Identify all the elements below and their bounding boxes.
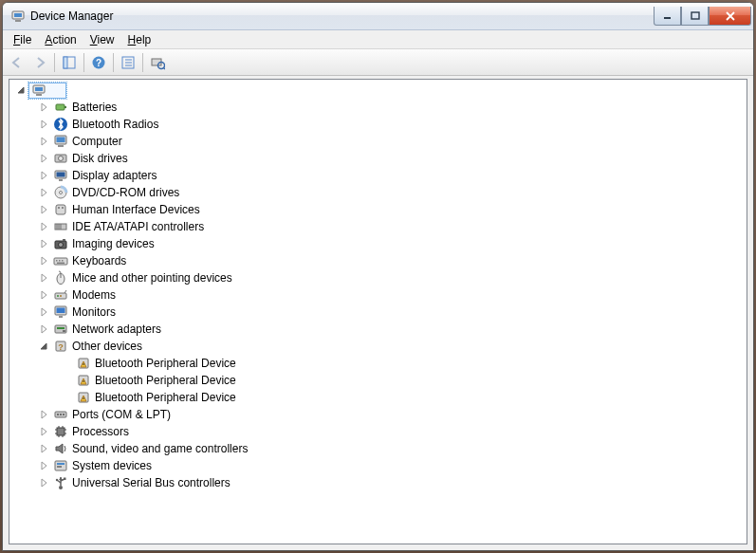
expand-icon[interactable]	[38, 425, 51, 438]
tree-category[interactable]: Modems	[11, 286, 745, 304]
expand-icon[interactable]	[38, 408, 51, 421]
help-button[interactable]: ?	[88, 52, 109, 73]
menu-action[interactable]: Action	[38, 31, 83, 48]
minimize-button[interactable]	[654, 7, 681, 26]
expand-icon[interactable]	[38, 220, 51, 233]
tree-category[interactable]: Imaging devices	[11, 235, 745, 252]
expand-icon[interactable]	[38, 118, 51, 131]
tree-device-label: Bluetooth Peripheral Device	[95, 389, 236, 406]
tree-category[interactable]: Disk drives	[11, 150, 745, 167]
tree-category[interactable]: IDE ATA/ATAPI controllers	[11, 218, 745, 235]
menu-help[interactable]: Help	[121, 31, 158, 48]
svg-text:?: ?	[96, 58, 101, 68]
maximize-button[interactable]	[681, 7, 709, 26]
tree-category-label: Monitors	[72, 304, 116, 321]
tree-root-node[interactable]	[11, 82, 745, 99]
expand-icon[interactable]	[38, 442, 51, 455]
disk-icon	[53, 151, 68, 166]
sound-icon	[53, 441, 68, 456]
warn-icon	[76, 373, 91, 388]
back-button[interactable]	[7, 52, 28, 73]
tree-category[interactable]: Sound, video and game controllers	[11, 440, 745, 457]
other-icon	[53, 339, 68, 354]
expand-icon[interactable]	[38, 254, 51, 267]
tree-category-label: DVD/CD-ROM drives	[72, 184, 179, 201]
tree-category[interactable]: Monitors	[11, 304, 745, 321]
expand-icon[interactable]	[38, 288, 51, 302]
collapse-icon[interactable]	[38, 340, 51, 353]
tree-category-label: System devices	[72, 457, 152, 474]
expand-icon[interactable]	[38, 476, 51, 489]
tree-connector	[61, 374, 74, 387]
svg-rect-2	[15, 20, 21, 22]
tree-category[interactable]: System devices	[11, 457, 745, 474]
ide-icon	[53, 219, 68, 234]
window-controls	[654, 7, 751, 26]
separator-icon	[83, 53, 84, 72]
tree-category-label: Human Interface Devices	[72, 201, 200, 218]
tree-category[interactable]: Ports (COM & LPT)	[11, 406, 745, 423]
monitor-icon	[53, 304, 68, 320]
computer-icon	[53, 134, 68, 149]
expand-icon[interactable]	[38, 101, 51, 114]
tree-category[interactable]: Keyboards	[11, 252, 745, 269]
show-hide-tree-button[interactable]	[59, 52, 80, 73]
tree-category-label: Universal Serial Bus controllers	[72, 474, 230, 491]
tree-category[interactable]: Batteries	[11, 99, 745, 116]
keyboard-icon	[53, 253, 68, 268]
tree-category[interactable]: Network adapters	[11, 321, 745, 338]
menu-file[interactable]: File	[7, 31, 38, 48]
properties-button[interactable]	[118, 52, 138, 73]
expand-icon[interactable]	[38, 271, 51, 285]
device-manager-icon	[10, 9, 26, 24]
tree-view[interactable]: BatteriesBluetooth RadiosComputerDisk dr…	[9, 79, 747, 544]
tree-category-label: Display adapters	[72, 167, 157, 184]
expand-icon[interactable]	[38, 459, 51, 472]
tree-device[interactable]: Bluetooth Peripheral Device	[11, 355, 745, 372]
expand-icon[interactable]	[38, 169, 51, 182]
tree-device[interactable]: Bluetooth Peripheral Device	[11, 389, 745, 406]
tree-category[interactable]: Processors	[11, 423, 745, 440]
tree-category-label: Other devices	[72, 338, 142, 355]
separator-icon	[142, 53, 143, 72]
tree-category[interactable]: Bluetooth Radios	[11, 116, 745, 133]
tree-category-label: Imaging devices	[72, 235, 155, 252]
tree-category[interactable]: Display adapters	[11, 167, 745, 184]
svg-rect-6	[64, 57, 67, 68]
scan-hardware-button[interactable]	[147, 52, 168, 73]
expand-icon[interactable]	[38, 135, 51, 148]
tree-category[interactable]: Mice and other pointing devices	[11, 269, 745, 286]
tree-category[interactable]: Computer	[11, 133, 745, 150]
tree-category[interactable]: Human Interface Devices	[11, 201, 745, 218]
ports-icon	[53, 407, 68, 422]
window-title: Device Manager	[30, 9, 654, 23]
svg-line-15	[163, 67, 165, 69]
tree-device-label: Bluetooth Peripheral Device	[95, 372, 236, 389]
forward-button[interactable]	[29, 52, 50, 73]
expand-icon[interactable]	[38, 305, 51, 319]
warn-icon	[76, 390, 91, 405]
tree-category-label: IDE ATA/ATAPI controllers	[72, 218, 204, 235]
expand-icon[interactable]	[38, 186, 51, 199]
expand-icon[interactable]	[38, 237, 51, 250]
collapse-icon[interactable]	[15, 83, 28, 97]
expand-icon[interactable]	[38, 152, 51, 165]
tree-category[interactable]: DVD/CD-ROM drives	[11, 184, 745, 201]
imaging-icon	[53, 236, 68, 251]
cdrom-icon	[53, 185, 68, 200]
tree-category[interactable]: Universal Serial Bus controllers	[11, 474, 745, 491]
svg-rect-3	[664, 17, 671, 19]
expand-icon[interactable]	[38, 203, 51, 216]
svg-rect-1	[14, 13, 22, 17]
menu-view[interactable]: View	[83, 31, 121, 48]
tree-category-label: Keyboards	[72, 252, 126, 269]
network-icon	[53, 322, 68, 337]
tree-category-label: Mice and other pointing devices	[72, 269, 232, 286]
expand-icon[interactable]	[38, 323, 51, 336]
tree-category[interactable]: Other devices	[11, 338, 745, 355]
tree-device[interactable]: Bluetooth Peripheral Device	[11, 372, 745, 389]
titlebar[interactable]: Device Manager	[3, 3, 753, 30]
separator-icon	[113, 53, 114, 72]
usb-icon	[53, 475, 68, 490]
close-button[interactable]	[709, 7, 751, 26]
